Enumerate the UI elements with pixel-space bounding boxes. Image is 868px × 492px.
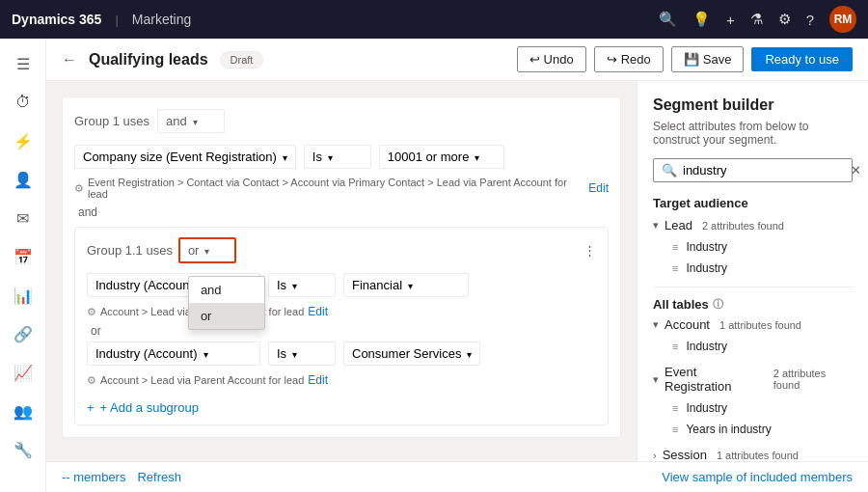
val2-chevron bbox=[465, 346, 472, 361]
view-sample-link[interactable]: View sample of included members bbox=[662, 470, 853, 484]
app-name: Dynamics 365 bbox=[12, 12, 101, 27]
dropdown-and[interactable]: and bbox=[189, 277, 264, 303]
undo-button[interactable]: ↩ Undo bbox=[517, 46, 586, 72]
val-chevron bbox=[473, 150, 479, 164]
field2-chevron bbox=[202, 346, 208, 361]
sidebar-calendar-icon[interactable]: 📅 bbox=[6, 239, 41, 274]
lead-header[interactable]: ▾ Lead 2 attributes found bbox=[653, 218, 853, 232]
industry-field-2[interactable]: Industry (Account) bbox=[87, 342, 260, 366]
redo-button[interactable]: ↪ Redo bbox=[594, 46, 664, 72]
page-title: Qualifying leads bbox=[89, 51, 208, 68]
group-1-operator[interactable]: and bbox=[157, 109, 225, 133]
panel-title: Segment builder bbox=[653, 96, 853, 114]
lead-count: 2 attributes found bbox=[702, 220, 784, 232]
cond1-chevron bbox=[290, 278, 297, 292]
user-avatar[interactable]: RM bbox=[829, 6, 856, 33]
save-button[interactable]: 💾 Save bbox=[671, 46, 745, 72]
filter-icon[interactable]: ⚗ bbox=[750, 11, 763, 28]
canvas: Group 1 uses and Company size (Event Reg… bbox=[46, 81, 637, 461]
settings-icon[interactable]: ⚙ bbox=[778, 11, 791, 28]
row1-edit-link[interactable]: Edit bbox=[308, 305, 328, 318]
session-header[interactable]: › Session 1 attributes found bbox=[653, 448, 853, 461]
search-box[interactable]: 🔍 ✕ bbox=[653, 158, 853, 182]
group-1-breadcrumb: ⚙ Event Registration > Contact via Conta… bbox=[74, 177, 609, 200]
ready-to-use-button[interactable]: Ready to use bbox=[751, 47, 853, 71]
search-input[interactable] bbox=[683, 163, 845, 178]
subgroup-operator-select[interactable]: or bbox=[178, 237, 236, 263]
group-1-edit-link[interactable]: Edit bbox=[588, 181, 609, 195]
subgroup-dots-menu[interactable]: ⋮ bbox=[583, 243, 596, 258]
row1-condition[interactable]: Is bbox=[268, 273, 336, 297]
nav-icons: 🔍 💡 + ⚗ ⚙ ? RM bbox=[659, 6, 856, 33]
event-reg-count: 2 attributes found bbox=[773, 368, 853, 391]
sidebar: ☰ ⏱ ⚡ 👤 ✉ 📅 📊 🔗 📈 👥 🔧 bbox=[0, 39, 46, 492]
back-button[interactable]: ← bbox=[62, 51, 77, 68]
sidebar-settings2-icon[interactable]: 🔧 bbox=[6, 432, 41, 467]
sub-group-header: Group 1.1 uses or and or bbox=[87, 237, 596, 263]
event-reg-industry[interactable]: ≡ Industry bbox=[653, 397, 853, 419]
row2-edit-link[interactable]: Edit bbox=[308, 373, 328, 387]
attr-icon-5: ≡ bbox=[672, 424, 678, 435]
group-1-and-text: and bbox=[74, 205, 609, 219]
row2-condition[interactable]: Is bbox=[268, 342, 336, 366]
redo-icon: ↪ bbox=[607, 52, 617, 67]
session-chevron-right: › bbox=[653, 450, 657, 461]
dropdown-or[interactable]: or bbox=[189, 303, 264, 329]
header-actions: ↩ Undo ↪ Redo 💾 Save Ready to use bbox=[517, 46, 853, 72]
sidebar-email-icon[interactable]: ✉ bbox=[6, 201, 41, 235]
draft-badge: Draft bbox=[220, 51, 264, 68]
group-1-label: Group 1 uses bbox=[74, 114, 149, 128]
lead-chevron-down: ▾ bbox=[653, 219, 659, 232]
main-content: ← Qualifying leads Draft ↩ Undo ↪ Redo 💾… bbox=[46, 39, 868, 492]
row2-value[interactable]: Consumer Services bbox=[343, 342, 480, 366]
info-icon[interactable]: ⓘ bbox=[713, 297, 723, 312]
sub-group-1-1: Group 1.1 uses or and or bbox=[74, 227, 609, 425]
sidebar-menu-icon[interactable]: ☰ bbox=[6, 46, 41, 81]
session-count: 1 attributes found bbox=[717, 450, 799, 461]
add-subgroup-button[interactable]: + + Add a subgroup bbox=[87, 393, 596, 415]
account-header[interactable]: ▾ Account 1 attributes found bbox=[653, 317, 853, 332]
row1-value[interactable]: Financial bbox=[343, 273, 469, 297]
search-icon: 🔍 bbox=[662, 163, 677, 178]
event-reg-years[interactable]: ≡ Years in industry bbox=[653, 419, 853, 440]
condition-is[interactable]: Is bbox=[304, 145, 371, 169]
lead-industry-2[interactable]: ≡ Industry bbox=[653, 258, 853, 279]
search-nav-icon[interactable]: 🔍 bbox=[659, 11, 677, 28]
subgroup-row-2: Industry (Account) Is Consumer Services bbox=[87, 342, 596, 366]
sidebar-recent-icon[interactable]: ⚡ bbox=[6, 123, 41, 158]
row2-breadcrumb: ⚙ Account > Lead via Parent Account for … bbox=[87, 373, 596, 387]
members-link[interactable]: -- members bbox=[62, 470, 125, 484]
clear-search-icon[interactable]: ✕ bbox=[851, 163, 861, 178]
account-label: Account bbox=[665, 317, 710, 332]
event-reg-label: Event Registration bbox=[665, 365, 764, 394]
audience-group-account: ▾ Account 1 attributes found ≡ Industry bbox=[653, 317, 853, 357]
audience-group-session: › Session 1 attributes found bbox=[653, 448, 853, 461]
field-chevron bbox=[281, 150, 287, 164]
attr-icon-1: ≡ bbox=[672, 241, 678, 253]
content-area: Group 1 uses and Company size (Event Reg… bbox=[46, 81, 868, 461]
session-label: Session bbox=[663, 448, 707, 461]
val1-chevron bbox=[406, 278, 413, 292]
all-tables-label: All tables ⓘ bbox=[653, 297, 853, 312]
sidebar-groups-icon[interactable]: 👥 bbox=[6, 394, 41, 428]
lead-industry-1[interactable]: ≡ Industry bbox=[653, 236, 853, 258]
panel-subtitle: Select attributes from below to construc… bbox=[653, 120, 853, 147]
subgroup-operator-container: or and or bbox=[178, 237, 236, 263]
nav-separator: | bbox=[115, 13, 118, 27]
event-reg-chevron-down: ▾ bbox=[653, 373, 659, 386]
sidebar-links-icon[interactable]: 🔗 bbox=[6, 316, 41, 351]
sidebar-analytics-icon[interactable]: 📈 bbox=[6, 355, 41, 390]
plus-nav-icon[interactable]: + bbox=[726, 12, 735, 28]
sidebar-segments-icon[interactable]: 📊 bbox=[6, 278, 41, 313]
sidebar-home-icon[interactable]: ⏱ bbox=[6, 85, 41, 120]
field-select-company-size[interactable]: Company size (Event Registration) bbox=[74, 145, 296, 169]
plus-icon: + bbox=[87, 400, 95, 415]
divider-1 bbox=[653, 287, 853, 287]
help-icon[interactable]: ? bbox=[806, 12, 814, 28]
account-industry[interactable]: ≡ Industry bbox=[653, 336, 853, 357]
lightbulb-icon[interactable]: 💡 bbox=[692, 11, 711, 28]
sidebar-contacts-icon[interactable]: 👤 bbox=[6, 162, 41, 197]
event-reg-header[interactable]: ▾ Event Registration 2 attributes found bbox=[653, 365, 853, 394]
value-10001[interactable]: 10001 or more bbox=[379, 145, 504, 169]
refresh-link[interactable]: Refresh bbox=[137, 470, 181, 484]
